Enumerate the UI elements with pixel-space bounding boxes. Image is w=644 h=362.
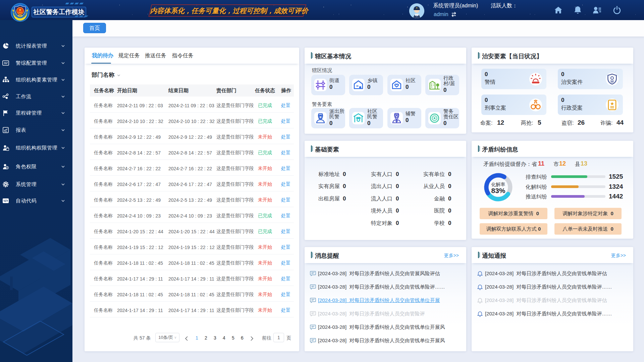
svg-text:化解率: 化解率 [491, 182, 505, 187]
svg-text:83%: 83% [491, 187, 505, 194]
